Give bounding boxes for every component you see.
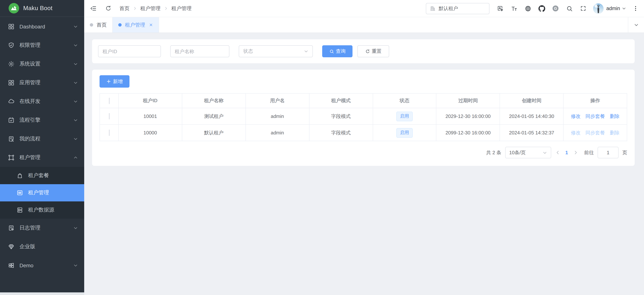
page-number[interactable]: 1: [564, 150, 569, 155]
plus-icon: [106, 79, 111, 84]
sidebar-item-tenant-package[interactable]: 租户套餐: [0, 167, 84, 184]
user-menu[interactable]: admin: [606, 6, 626, 11]
prev-page-icon[interactable]: [555, 150, 560, 155]
select-all-checkbox[interactable]: [109, 98, 110, 104]
chevron-down-icon: [73, 118, 78, 122]
refresh-icon: [365, 49, 370, 54]
search-icon: [329, 49, 334, 54]
edit-link: 修改: [571, 129, 580, 136]
document-check-icon: [8, 225, 14, 231]
column-header: 租户模式: [309, 93, 373, 108]
goto-page-input[interactable]: [598, 147, 618, 158]
windows-icon: [8, 262, 14, 269]
fold-sidebar-icon[interactable]: [90, 5, 97, 12]
document-user-icon: [8, 136, 14, 142]
refresh-page-icon[interactable]: [105, 5, 112, 12]
tabs-dropdown-icon[interactable]: [628, 17, 644, 33]
topbar: 首页 租户管理 租户管理 默认租户 G admin: [84, 0, 644, 17]
dashboard-icon: [8, 23, 14, 30]
page-content: 状态 查询 重置 新增: [84, 33, 644, 295]
shield-check-icon: [8, 42, 14, 49]
fullscreen-icon[interactable]: [576, 0, 590, 17]
search-button[interactable]: 查询: [322, 45, 352, 57]
sync-package-link[interactable]: 同步套餐: [586, 113, 605, 120]
table-row: 10001 测试租户 admin 字段模式 启用 2029-12-30 16:0…: [100, 108, 627, 124]
chevron-up-icon: [73, 155, 78, 160]
more-vertical-icon[interactable]: [632, 0, 639, 17]
server-icon: [16, 207, 23, 213]
tenant-select-value: 默认租户: [438, 5, 458, 12]
sidebar-submenu-tenant: 租户套餐 租户管理 租户数据源: [0, 167, 84, 219]
sidebar-item-workflow-engine[interactable]: 流程引擎: [0, 111, 84, 130]
status-select-placeholder: 状态: [243, 48, 253, 55]
delete-link[interactable]: 删除: [610, 113, 620, 120]
filter-actions: 查询 重置: [322, 45, 389, 57]
sidebar-item-demo[interactable]: Demo: [0, 256, 84, 275]
close-icon[interactable]: [149, 23, 153, 27]
app-title: Maku Boot: [23, 5, 52, 12]
status-badge: 启用: [396, 111, 413, 121]
sidebar-horizontal-scrollbar[interactable]: [0, 292, 84, 295]
sidebar-item-tenant-management-sub[interactable]: 租户管理: [0, 184, 84, 201]
goto-label: 前往: [584, 149, 594, 156]
tab-dot: [118, 23, 122, 27]
tab-tenant-management[interactable]: 租户管理: [113, 17, 159, 33]
breadcrumb-home[interactable]: 首页: [119, 5, 130, 12]
sidebar-item-dashboard[interactable]: Dashboard: [0, 17, 84, 36]
search-icon[interactable]: [562, 0, 576, 17]
row-checkbox[interactable]: [109, 130, 110, 136]
column-header: 过期时间: [436, 93, 500, 108]
status-badge: 启用: [396, 128, 413, 138]
page-size-select[interactable]: 10条/页: [505, 147, 551, 158]
column-header: 用户名: [246, 93, 309, 108]
gear-icon: [8, 61, 14, 67]
tenant-id-input[interactable]: [98, 45, 161, 57]
logo-icon: [8, 3, 19, 14]
tab-home[interactable]: 首页: [84, 17, 113, 33]
tenant-name-input[interactable]: [170, 45, 230, 57]
sidebar-item-log-management[interactable]: 日志管理: [0, 219, 84, 237]
chevron-down-icon: [73, 24, 78, 29]
office-building-icon: [430, 6, 436, 11]
avatar[interactable]: [593, 3, 604, 14]
chevron-right-icon: [164, 6, 168, 11]
sidebar-item-permissions[interactable]: 权限管理: [0, 36, 84, 55]
chevron-down-icon: [73, 137, 78, 141]
row-checkbox[interactable]: [109, 113, 110, 119]
column-header: 创建时间: [500, 93, 564, 108]
chevron-down-icon: [73, 263, 78, 268]
sidebar-item-tenant-datasource[interactable]: 租户数据源: [0, 201, 84, 219]
frame-icon: [8, 154, 14, 161]
sidebar-item-my-workflow[interactable]: 我的流程: [0, 130, 84, 148]
edit-link[interactable]: 修改: [571, 113, 580, 120]
sidebar-item-system-settings[interactable]: 系统设置: [0, 55, 84, 73]
github-icon[interactable]: [535, 0, 548, 17]
add-button[interactable]: 新增: [100, 75, 130, 88]
sidebar-item-app-management[interactable]: 应用管理: [0, 73, 84, 92]
chevron-down-icon: [622, 6, 626, 11]
globe-icon[interactable]: [521, 0, 535, 17]
bag-icon: [16, 172, 23, 179]
status-select[interactable]: 状态: [239, 45, 313, 57]
reset-button[interactable]: 重置: [357, 45, 389, 57]
calendar-check-icon: [8, 117, 14, 124]
chevron-down-icon: [304, 49, 308, 54]
column-header: 租户ID: [118, 93, 182, 108]
sidebar-item-tenant-management[interactable]: 租户管理: [0, 148, 84, 167]
apps-grid-icon: [8, 79, 14, 86]
font-size-icon[interactable]: [507, 0, 521, 17]
chevron-down-icon: [73, 43, 78, 48]
tenant-table: 租户ID 租户名称 用户名 租户模式 状态 过期时间 创建时间 操作: [100, 93, 627, 141]
gitee-icon[interactable]: G: [548, 0, 562, 17]
table-header-row: 租户ID 租户名称 用户名 租户模式 状态 过期时间 创建时间 操作: [100, 93, 627, 108]
translate-icon[interactable]: [493, 0, 507, 17]
column-header: 状态: [373, 93, 436, 108]
pagination: 共 2 条 10条/页 1 前往 页: [100, 147, 627, 158]
sidebar: Maku Boot Dashboard 权限管理 系统设置 应用管理: [0, 0, 84, 295]
tenant-select[interactable]: 默认租户: [426, 3, 490, 14]
sidebar-item-online-dev[interactable]: 在线开发: [0, 92, 84, 111]
next-page-icon[interactable]: [573, 150, 578, 155]
sidebar-item-enterprise[interactable]: 企业版: [0, 237, 84, 256]
breadcrumb-tenant-module[interactable]: 租户管理: [140, 5, 160, 12]
chevron-down-icon: [73, 62, 78, 66]
